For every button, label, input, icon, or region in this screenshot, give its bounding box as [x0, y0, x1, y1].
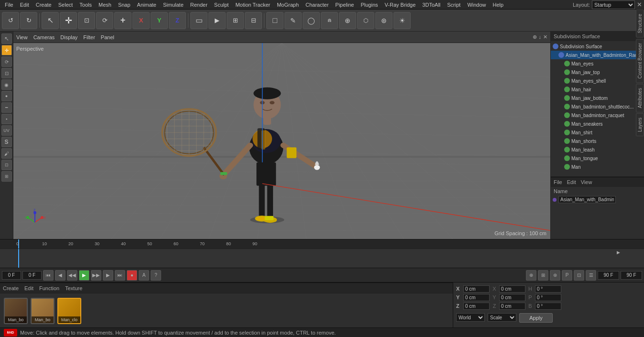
- frame-start-input[interactable]: [2, 271, 21, 280]
- viewport-canvas[interactable]: X Y Z Perspective Grid Spacing : 100 cm: [13, 43, 550, 239]
- transport-key6[interactable]: ☰: [586, 270, 596, 281]
- apply-button[interactable]: Apply: [519, 313, 553, 323]
- coord-y-pos[interactable]: [463, 294, 490, 301]
- menu-item-pipeline[interactable]: Pipeline: [332, 1, 357, 9]
- menu-item-motion-tracker[interactable]: Motion Tracker: [232, 1, 273, 9]
- select-button[interactable]: ↖: [42, 12, 59, 29]
- menu-item-mesh[interactable]: Mesh: [96, 1, 114, 9]
- coord-z-pos[interactable]: [463, 303, 490, 310]
- object-list[interactable]: Subdivision Surface Asian_Man_with_Badmi…: [551, 41, 644, 176]
- world-dropdown[interactable]: World Object: [456, 313, 485, 322]
- obj-asian-man[interactable]: Asian_Man_with_Badminton_Rac: [551, 51, 644, 59]
- transport-key5[interactable]: ⊡: [574, 270, 584, 281]
- menu-item-tools[interactable]: Tools: [76, 1, 95, 9]
- menu-item-script[interactable]: Script: [444, 1, 463, 9]
- menu-item-simulate[interactable]: Simulate: [160, 1, 186, 9]
- tool-scale[interactable]: ⊡: [1, 68, 12, 78]
- scale-button[interactable]: ⊡: [78, 12, 95, 29]
- tool-s[interactable]: S: [1, 137, 12, 147]
- viewport-panel-menu[interactable]: Panel: [101, 34, 114, 40]
- attr-view-menu[interactable]: View: [581, 179, 592, 185]
- shader-button[interactable]: ⬡: [357, 12, 374, 29]
- transport-play-back[interactable]: ◀◀: [67, 270, 77, 281]
- side-tab-attributes[interactable]: Attributes: [636, 84, 644, 112]
- obj-leash[interactable]: Man_leash: [551, 145, 644, 154]
- obj-subdivision-surface[interactable]: Subdivision Surface: [551, 42, 644, 51]
- transport-goto-start[interactable]: ⏮: [43, 270, 54, 281]
- obj-man-eyes[interactable]: Man_eyes: [551, 59, 644, 68]
- obj-shuttlecock[interactable]: Man_badminton_shuttlecoc...: [551, 102, 644, 111]
- render-anim-button[interactable]: ▶: [208, 12, 226, 29]
- tool-move[interactable]: ✛: [1, 45, 12, 55]
- material-swatch-1[interactable]: Man_bo: [4, 298, 28, 324]
- light-button[interactable]: ☀: [393, 12, 411, 29]
- menu-item-snap[interactable]: Snap: [115, 1, 133, 9]
- menu-item-character[interactable]: Character: [303, 1, 331, 9]
- transport-key1[interactable]: ⊕: [526, 270, 536, 281]
- transport-step-back[interactable]: ◀: [55, 270, 65, 281]
- transport-play[interactable]: ▶: [79, 270, 89, 281]
- move-button[interactable]: ✛: [60, 12, 77, 29]
- mat-create-menu[interactable]: Create: [3, 285, 19, 291]
- menu-item-edit[interactable]: Edit: [17, 1, 32, 9]
- tool-paint[interactable]: 🖌: [1, 148, 12, 159]
- material-swatch-3[interactable]: Man_clo: [57, 298, 81, 324]
- obj-man-hair[interactable]: Man_hair: [551, 85, 644, 94]
- nurbs-button[interactable]: ⋒: [321, 12, 338, 29]
- tool-points[interactable]: ●: [1, 91, 12, 101]
- timeline-ruler[interactable]: 0 10 20 30 40 50 60 70 80 90: [0, 239, 644, 249]
- spline-button[interactable]: ◯: [303, 12, 320, 29]
- coord-z-rot[interactable]: [535, 303, 561, 310]
- undo-button[interactable]: ↺: [2, 12, 19, 29]
- tool-select[interactable]: ↖: [1, 33, 12, 44]
- add-button[interactable]: +: [114, 12, 131, 29]
- obj-man[interactable]: Man: [551, 163, 644, 171]
- frame-end2-input[interactable]: [621, 271, 642, 280]
- tool-edges[interactable]: ━: [1, 102, 12, 113]
- frame-end-input[interactable]: [598, 271, 619, 280]
- coord-y-rot[interactable]: [535, 294, 561, 301]
- menu-item-animate[interactable]: Animate: [134, 1, 159, 9]
- close-icon[interactable]: ✕: [637, 1, 642, 8]
- transport-step-forward[interactable]: ▶: [103, 270, 113, 281]
- tool-measure[interactable]: ⊡: [1, 160, 12, 170]
- menu-item-sculpt[interactable]: Sculpt: [211, 1, 232, 9]
- z-axis-button[interactable]: Z: [169, 12, 186, 29]
- tool-live-select[interactable]: ◉: [1, 79, 12, 90]
- transport-key3[interactable]: ⊛: [550, 270, 560, 281]
- obj-shorts[interactable]: Man_shorts: [551, 137, 644, 145]
- redo-button[interactable]: ↻: [20, 12, 37, 29]
- mat-texture-menu[interactable]: Texture: [65, 285, 82, 291]
- tool-polygons[interactable]: ▪: [1, 114, 12, 124]
- menu-item-window[interactable]: Window: [464, 1, 489, 9]
- coord-x-pos[interactable]: [463, 285, 490, 293]
- viewport-display-menu[interactable]: Display: [60, 34, 77, 40]
- mat-function-menu[interactable]: Function: [39, 285, 59, 291]
- transport-motion[interactable]: ?: [151, 270, 161, 281]
- coord-z-size[interactable]: [499, 303, 525, 310]
- transport-goto-end[interactable]: ⏭: [115, 270, 125, 281]
- viewport-icon-1[interactable]: ⊕: [533, 34, 537, 40]
- pen-button[interactable]: ✎: [284, 12, 302, 29]
- scale-dropdown[interactable]: Scale: [488, 313, 516, 322]
- y-axis-button[interactable]: Y: [151, 12, 168, 29]
- side-tab-layers[interactable]: Layers: [636, 113, 644, 136]
- viewport-cameras-menu[interactable]: Cameras: [33, 34, 55, 40]
- frame-current-input[interactable]: [22, 271, 42, 280]
- rotate-button[interactable]: ⟳: [96, 12, 113, 29]
- x-axis-button[interactable]: X: [132, 12, 150, 29]
- obj-sneakers[interactable]: Man_sneakers: [551, 120, 644, 128]
- viewport-icon-2[interactable]: ↓: [539, 34, 542, 40]
- tool-uv[interactable]: UV: [1, 125, 12, 136]
- menu-item-select[interactable]: Select: [55, 1, 76, 9]
- side-tab-structure[interactable]: Structure: [636, 32, 644, 38]
- menu-item-mograph[interactable]: MoGraph: [274, 1, 302, 9]
- render-out-button[interactable]: ⊟: [245, 12, 262, 29]
- camera-button[interactable]: ⊛: [375, 12, 393, 29]
- obj-man-jaw-bottom[interactable]: Man_jaw_bottom: [551, 94, 644, 102]
- transport-key4[interactable]: P: [562, 270, 572, 281]
- menu-item-3dto-all[interactable]: 3DToAll: [419, 1, 443, 9]
- viewport-filter-menu[interactable]: Filter: [83, 34, 95, 40]
- obj-man-jaw-top[interactable]: Man_jaw_top: [551, 68, 644, 76]
- transport-record[interactable]: ●: [127, 270, 137, 281]
